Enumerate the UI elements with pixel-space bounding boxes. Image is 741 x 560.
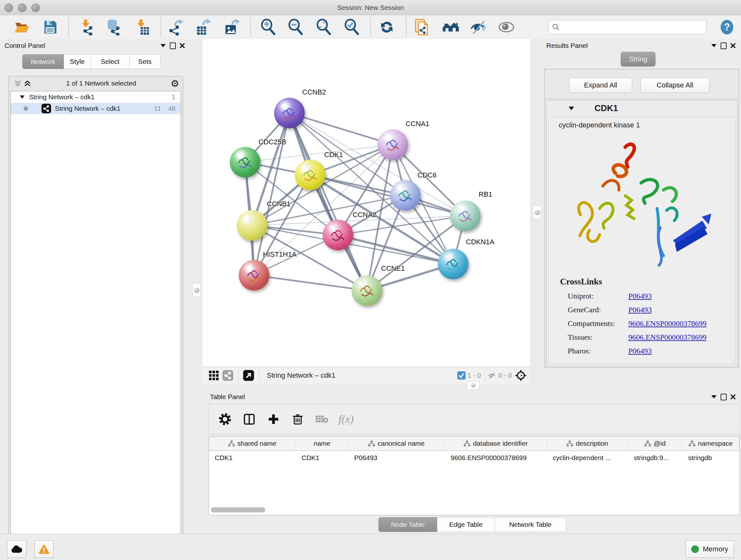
control-panel-float-button[interactable] (168, 42, 178, 50)
warnings-button[interactable] (35, 541, 54, 558)
network-node-CCNB2[interactable] (274, 98, 305, 128)
import-network-from-database-button[interactable] (105, 18, 122, 36)
export-image-button[interactable] (223, 18, 241, 36)
hidden-eye-slash-icon[interactable] (487, 371, 496, 380)
horizontal-splitter-handle[interactable] (467, 381, 480, 389)
show-all-windows-button[interactable] (442, 18, 460, 36)
table-hscrollbar-thumb[interactable] (211, 507, 265, 512)
right-splitter[interactable] (530, 39, 543, 384)
save-session-button[interactable] (41, 18, 59, 36)
network-node-CCNE1[interactable] (352, 275, 382, 306)
column-header-canonical-name[interactable]: canonical name (348, 436, 445, 450)
birds-eye-view-button[interactable] (242, 369, 256, 382)
network-node-CDC25B[interactable] (230, 147, 260, 178)
table-panel-menu-button[interactable] (709, 393, 719, 401)
collapse-all-networks-icon[interactable] (13, 79, 23, 87)
network-node-HIST1H1A[interactable] (239, 260, 269, 291)
tab-string[interactable]: String (621, 52, 656, 66)
tab-edge-table[interactable]: Edge Table (437, 517, 495, 532)
hidden-counts: 0 - 0 (498, 372, 512, 379)
import-network-from-file-button[interactable] (77, 18, 95, 36)
show-column-selector-button[interactable] (241, 411, 258, 428)
tab-node-table[interactable]: Node Table (379, 517, 437, 532)
cloud-status-button[interactable] (7, 541, 26, 558)
selected-checkbox-icon[interactable] (457, 371, 466, 380)
table-panel-close-button[interactable] (728, 393, 738, 401)
network-row[interactable]: String Network – cdk1 11 48 (11, 103, 181, 114)
expand-all-networks-icon[interactable] (23, 79, 32, 87)
zoom-out-button[interactable] (286, 18, 305, 36)
crosslink-link[interactable]: P06493 (628, 347, 652, 355)
network-node-RB1[interactable] (450, 200, 481, 231)
column-header-namespace[interactable]: namespace (682, 436, 739, 450)
network-node-CCNA1[interactable] (378, 129, 408, 160)
table-settings-gear-button[interactable] (217, 411, 233, 428)
export-network-button[interactable] (167, 18, 185, 36)
network-node-CDK1[interactable] (295, 160, 326, 190)
column-header-database-identifier[interactable]: database identifier (445, 436, 547, 450)
delete-column-button[interactable] (289, 411, 306, 428)
import-table-from-file-button[interactable] (133, 18, 151, 36)
zoom-fit-content-button[interactable] (315, 18, 333, 36)
node-label-CCNB2: CCNB2 (302, 88, 326, 97)
network-node-CDC6[interactable] (390, 180, 421, 211)
results-panel-float-button[interactable] (719, 42, 728, 50)
left-splitter-handle[interactable] (192, 284, 201, 297)
tab-select[interactable]: Select (91, 54, 130, 69)
network-view-mode-button[interactable] (221, 369, 235, 382)
table-row[interactable]: CDK1CDK1P064939606.ENSP00000378699cyclin… (209, 451, 739, 465)
clone-network-button[interactable] (413, 18, 431, 36)
export-table-button[interactable] (194, 18, 212, 36)
right-splitter-handle[interactable] (533, 206, 541, 219)
network-node-CDKN1A[interactable] (438, 249, 468, 279)
show-hidden-button[interactable] (497, 18, 515, 36)
crosslink-link[interactable]: 9606.ENSP00000378699 (628, 333, 706, 341)
left-splitter[interactable] (191, 39, 203, 384)
results-panel-menu-button[interactable] (709, 42, 719, 50)
function-builder-button[interactable]: f(x) (339, 413, 354, 425)
crosslink-link[interactable]: P06493 (628, 306, 652, 314)
results-panel-close-button[interactable] (728, 42, 738, 50)
tab-style[interactable]: Style (64, 54, 91, 69)
zoom-selected-button[interactable] (343, 18, 360, 36)
column-header-shared-name[interactable]: shared name (209, 436, 296, 450)
tab-sets[interactable]: Sets (130, 54, 160, 69)
close-window-button[interactable] (4, 3, 13, 12)
grid-view-button[interactable] (207, 369, 221, 382)
refresh-button[interactable] (378, 18, 396, 36)
memory-status-button[interactable]: Memory (685, 541, 734, 558)
help-button[interactable]: ? (718, 18, 736, 36)
table-tabbar: Node TableEdge TableNetwork Table (379, 517, 566, 532)
horizontal-splitter[interactable] (191, 384, 741, 390)
node-section-header[interactable]: CDK1 (546, 100, 737, 116)
control-panel-title: Control Panel (4, 42, 45, 50)
control-panel-close-button[interactable] (178, 42, 187, 50)
network-canvas[interactable]: CCNB2CCNA1CDC25BCDK1CDC6RB1CCNB1CCNA2CDK… (202, 39, 530, 367)
expand-all-button[interactable]: Expand All (569, 78, 632, 93)
control-panel-menu-button[interactable] (158, 42, 168, 50)
zoom-in-button[interactable] (259, 18, 277, 36)
network-options-gear-icon[interactable]: ⚙ (170, 79, 180, 87)
table-panel-float-button[interactable] (719, 393, 728, 401)
tab-network-table[interactable]: Network Table (495, 517, 566, 532)
collapse-all-button[interactable]: Collapse All (641, 78, 710, 93)
hide-selected-button[interactable] (469, 18, 487, 36)
network-collection-row[interactable]: String Network – cdk1 1 (11, 91, 181, 103)
delete-table-button[interactable] (314, 411, 330, 428)
table-cell: P06493 (348, 451, 445, 465)
network-node-CCNB1[interactable] (237, 210, 267, 241)
column-header-@id[interactable]: @id (628, 436, 682, 450)
maximize-window-button[interactable] (31, 3, 40, 12)
create-column-button[interactable] (265, 411, 282, 428)
network-node-CCNA2[interactable] (323, 220, 353, 250)
column-header-description[interactable]: description (547, 436, 628, 450)
minimize-window-button[interactable] (18, 3, 26, 12)
search-input[interactable] (560, 23, 706, 31)
fit-selected-crosshair-button[interactable] (514, 369, 528, 382)
crosslink-link[interactable]: 9606.ENSP00000378699 (628, 319, 706, 328)
open-session-button[interactable] (13, 18, 30, 36)
column-header-name[interactable]: name (296, 436, 348, 450)
tab-network[interactable]: Network (22, 54, 64, 69)
column-tree-icon (368, 441, 375, 447)
crosslink-link[interactable]: P06493 (628, 292, 652, 300)
